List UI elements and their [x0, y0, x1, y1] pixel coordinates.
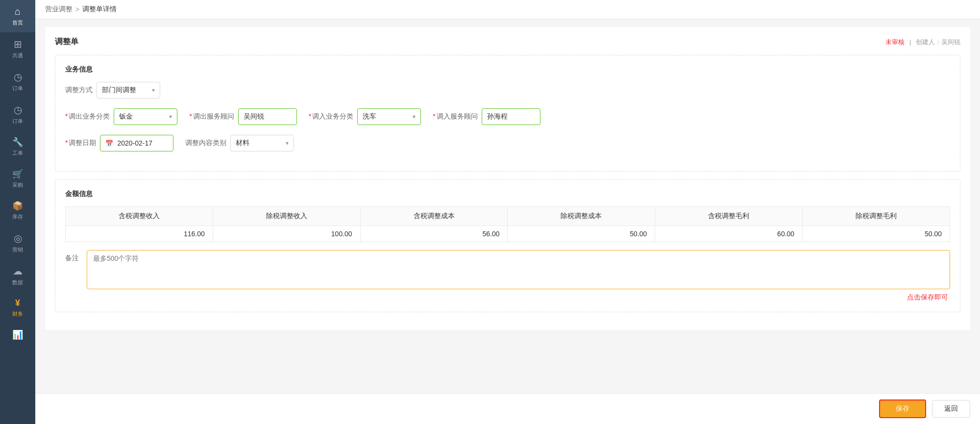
card-title: 调整单: [55, 37, 78, 47]
date-value: 2020-02-17: [117, 139, 152, 147]
col-taxed-margin: 含税调整毛利: [655, 207, 803, 226]
sidebar-label-purchase: 采购: [12, 181, 23, 189]
work-icon: 🔧: [12, 137, 23, 148]
sidebar-item-order1[interactable]: ◷ 订单: [0, 65, 35, 98]
stats-icon: 📊: [12, 329, 23, 340]
remark-textarea[interactable]: [87, 250, 950, 289]
amount-info-title: 金额信息: [65, 190, 950, 199]
sidebar-item-common[interactable]: ⊞ 共通: [0, 32, 35, 65]
content-type-chevron-icon: ▾: [286, 140, 289, 147]
remark-label: 备注: [65, 250, 79, 263]
sidebar-item-order2[interactable]: ◷ 订单: [0, 98, 35, 131]
sidebar-label-order1: 订单: [12, 85, 23, 92]
amount-info-section: 金额信息 含税调整收入 除税调整收入 含税调整成本 除税调整成本 含税调整毛利 …: [55, 179, 960, 312]
in-category-chevron-icon: ▾: [413, 113, 416, 120]
date-label: *调整日期: [65, 139, 96, 148]
out-category-label: *调出业务分类: [65, 112, 110, 121]
cell-taxed-margin: [655, 226, 803, 242]
main-content: 营业调整 > 调整单详情 调整单 未审核 | 创建人：吴间锐 业务信息: [35, 0, 980, 424]
common-icon: ⊞: [14, 38, 22, 50]
business-info-section: 业务信息 调整方式 部门间调整 ▾ *调出业务分类: [55, 55, 960, 172]
form-item-date: *调整日期 📅 2020-02-17: [65, 135, 173, 151]
table-header-row: 含税调整收入 除税调整收入 含税调整成本 除税调整成本 含税调整毛利 除税调整毛…: [66, 207, 950, 226]
data-icon: ☁: [13, 265, 23, 277]
table-row: [66, 226, 950, 242]
out-category-value: 钣金: [119, 112, 133, 121]
finance-icon: ¥: [15, 298, 20, 308]
sidebar-label-home: 首页: [12, 19, 23, 26]
sidebar-item-inventory[interactable]: 📦 库存: [0, 195, 35, 226]
card-meta: 未审核 | 创建人：吴间锐: [885, 38, 960, 47]
sidebar-label-common: 共通: [12, 52, 23, 59]
form-row-date: *调整日期 📅 2020-02-17 调整内容类别 材料 ▾: [65, 135, 950, 151]
input-pretax-income[interactable]: [221, 230, 352, 238]
back-button[interactable]: 返回: [932, 400, 970, 418]
footer-bar: 保存 返回: [35, 393, 980, 424]
out-advisor-value: 吴间锐: [244, 112, 264, 121]
cell-taxed-income: [66, 226, 213, 242]
breadcrumb-current: 调整单详情: [82, 5, 117, 14]
breadcrumb-separator: >: [75, 5, 79, 13]
adjustment-method-select[interactable]: 部门间调整 ▾: [97, 82, 160, 99]
in-category-value: 洗车: [363, 112, 376, 121]
card-header: 调整单 未审核 | 创建人：吴间锐: [55, 37, 960, 47]
calendar-icon: 📅: [105, 140, 113, 147]
content-type-label: 调整内容类别: [185, 139, 226, 148]
form-item-out-category: *调出业务分类 钣金 ▾: [65, 108, 177, 125]
form-item-out-advisor: *调出服务顾问 吴间锐: [189, 108, 296, 125]
sidebar-item-work[interactable]: 🔧 工单: [0, 131, 35, 163]
form-row-adjustment-method: 调整方式 部门间调整 ▾: [65, 82, 950, 99]
sidebar-item-home[interactable]: ⌂ 首页: [0, 0, 35, 32]
input-taxed-cost[interactable]: [368, 230, 500, 238]
creator-info: 创建人：吴间锐: [916, 38, 960, 46]
sidebar-label-order2: 订单: [12, 118, 23, 125]
save-button[interactable]: 保存: [879, 399, 926, 418]
in-category-select[interactable]: 洗车 ▾: [357, 108, 421, 125]
sidebar-item-data[interactable]: ☁ 数据: [0, 259, 35, 292]
sidebar-item-purchase[interactable]: 🛒 采购: [0, 163, 35, 195]
in-advisor-label: *调入服务顾问: [433, 112, 477, 121]
breadcrumb: 营业调整 > 调整单详情: [35, 0, 980, 19]
marketing-icon: ◎: [14, 232, 22, 244]
input-taxed-margin[interactable]: [663, 230, 794, 238]
form-row-categories: *调出业务分类 钣金 ▾ *调出服务顾问 吴间锐: [65, 108, 950, 125]
save-hint: 点击保存即可: [65, 293, 950, 302]
form-item-content-type: 调整内容类别 材料 ▾: [185, 135, 294, 151]
out-advisor-label: *调出服务顾问: [189, 112, 234, 121]
in-category-label: *调入业务分类: [309, 112, 353, 121]
chevron-down-icon: ▾: [152, 87, 155, 94]
in-advisor-input[interactable]: 孙海程: [482, 108, 540, 125]
date-input[interactable]: 📅 2020-02-17: [100, 135, 173, 151]
remark-row: 备注: [65, 250, 950, 289]
input-pretax-cost[interactable]: [515, 230, 647, 238]
cell-pretax-margin: [803, 226, 950, 242]
sidebar-item-finance[interactable]: ¥ 财务: [0, 292, 35, 324]
out-category-select[interactable]: 钣金 ▾: [114, 108, 177, 125]
sidebar: ⌂ 首页 ⊞ 共通 ◷ 订单 ◷ 订单 🔧 工单 🛒 采购 📦 库存 ◎ 营销 …: [0, 0, 35, 424]
inventory-icon: 📦: [12, 200, 23, 211]
cell-pretax-cost: [508, 226, 655, 242]
sidebar-label-finance: 财务: [12, 310, 23, 318]
col-pretax-margin: 除税调整毛利: [803, 207, 950, 226]
page-content: 调整单 未审核 | 创建人：吴间锐 业务信息 调整方式 部门间调整 ▾: [35, 19, 980, 393]
adjustment-method-value: 部门间调整: [102, 86, 136, 95]
home-icon: ⌂: [15, 6, 21, 17]
order1-icon: ◷: [14, 71, 22, 83]
sidebar-item-marketing[interactable]: ◎ 营销: [0, 226, 35, 259]
cell-taxed-cost: [360, 226, 508, 242]
sidebar-label-marketing: 营销: [12, 246, 23, 253]
form-item-adjustment-method: 调整方式 部门间调整 ▾: [65, 82, 160, 99]
input-taxed-income[interactable]: [74, 230, 205, 238]
meta-separator: |: [909, 38, 911, 46]
form-item-in-advisor: *调入服务顾问 孙海程: [433, 108, 540, 125]
sidebar-item-stats[interactable]: 📊: [0, 324, 35, 348]
purchase-icon: 🛒: [12, 169, 23, 179]
out-advisor-input[interactable]: 吴间锐: [238, 108, 297, 125]
input-pretax-margin[interactable]: [810, 230, 942, 238]
col-pretax-cost: 除税调整成本: [508, 207, 655, 226]
breadcrumb-parent[interactable]: 营业调整: [45, 5, 73, 14]
col-taxed-cost: 含税调整成本: [360, 207, 508, 226]
col-pretax-income: 除税调整收入: [213, 207, 360, 226]
content-type-select[interactable]: 材料 ▾: [230, 135, 294, 151]
amount-table: 含税调整收入 除税调整收入 含税调整成本 除税调整成本 含税调整毛利 除税调整毛…: [65, 206, 950, 242]
